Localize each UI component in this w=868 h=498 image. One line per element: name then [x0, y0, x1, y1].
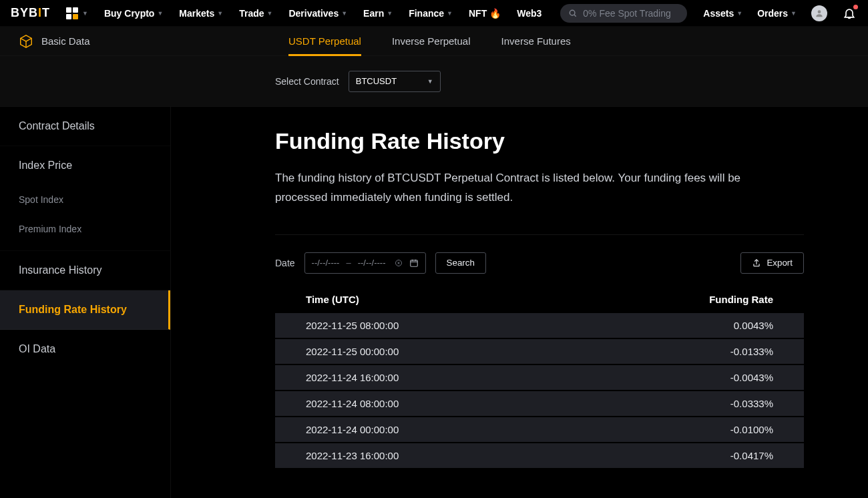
nav-orders[interactable]: Orders▼ [757, 8, 797, 19]
nav-finance[interactable]: Finance▼ [409, 8, 453, 19]
basic-data-label: Basic Data [41, 35, 90, 47]
nav-label: Markets [179, 8, 214, 19]
contract-select-row: Select Contract BTCUSDT ▼ [0, 56, 868, 107]
sidebar-item-spot-index[interactable]: Spot Index [0, 185, 170, 214]
funding-rate-table: Time (UTC) Funding Rate 2022-11-25 08:00… [275, 286, 804, 468]
table-row: 2022-11-25 08:00:000.0043% [275, 313, 804, 338]
svg-rect-5 [410, 260, 417, 266]
logo[interactable]: BYBIT [11, 6, 50, 20]
tab-inverse-perpetual[interactable]: Inverse Perpetual [392, 27, 471, 56]
nav-label: Derivatives [288, 8, 339, 19]
nav-nft[interactable]: NFT 🔥 [469, 8, 501, 19]
nav-label: Earn [363, 8, 384, 19]
chevron-down-icon: ▼ [341, 10, 347, 17]
sidebar-item-label: OI Data [19, 343, 55, 354]
nav-web3[interactable]: Web3 [517, 8, 541, 19]
sidebar-item-index-price[interactable]: Index Price [0, 146, 170, 185]
nav-earn[interactable]: Earn▼ [363, 8, 393, 19]
upload-icon [752, 258, 761, 268]
chevron-down-icon: ▼ [791, 10, 797, 17]
user-icon [815, 9, 824, 18]
cube-icon [19, 34, 33, 49]
nav-markets[interactable]: Markets▼ [179, 8, 223, 19]
search-button[interactable]: Search [435, 252, 486, 274]
column-header-rate: Funding Rate [653, 294, 773, 305]
close-icon[interactable] [395, 259, 403, 267]
chevron-down-icon: ▼ [267, 10, 273, 17]
notifications-button[interactable] [842, 6, 857, 21]
tab-label: Inverse Perpetual [392, 35, 471, 47]
nav-buy-crypto[interactable]: Buy Crypto▼ [104, 8, 163, 19]
sidebar-item-contract-details[interactable]: Contract Details [0, 107, 170, 146]
date-to-placeholder: --/--/---- [358, 258, 386, 268]
chevron-down-icon: ▼ [447, 10, 453, 17]
tab-usdt-perpetual[interactable]: USDT Perpetual [288, 27, 361, 56]
table-row: 2022-11-23 16:00:00-0.0417% [275, 443, 804, 468]
tab-inverse-futures[interactable]: Inverse Futures [501, 27, 571, 56]
tab-label: Inverse Futures [501, 35, 571, 47]
sidebar-item-label: Spot Index [19, 194, 63, 205]
divider [275, 234, 804, 235]
sidebar-item-label: Premium Index [19, 224, 81, 234]
nav-label: Finance [409, 8, 444, 19]
sub-nav: Basic Data USDT Perpetual Inverse Perpet… [0, 27, 868, 56]
table-row: 2022-11-24 08:00:00-0.0333% [275, 391, 804, 416]
nav-label: NFT [469, 8, 487, 19]
contract-select[interactable]: BTCUSDT ▼ [349, 71, 441, 92]
column-header-time: Time (UTC) [306, 294, 653, 305]
search-placeholder: 0% Fee Spot Trading [583, 8, 671, 19]
svg-point-0 [570, 10, 576, 15]
date-from-placeholder: --/--/---- [312, 258, 340, 268]
page-title: Funding Rate History [275, 128, 804, 154]
nav-label: Orders [757, 8, 788, 19]
contract-type-tabs: USDT Perpetual Inverse Perpetual Inverse… [288, 27, 571, 56]
cell-rate: -0.0333% [653, 398, 773, 409]
cell-time: 2022-11-25 08:00:00 [306, 320, 653, 331]
sidebar-item-funding-rate-history[interactable]: Funding Rate History [0, 290, 170, 330]
chevron-down-icon: ▼ [217, 10, 223, 17]
table-header: Time (UTC) Funding Rate [275, 286, 804, 313]
sidebar-item-label: Contract Details [19, 120, 95, 132]
select-contract-label: Select Contract [275, 76, 339, 87]
logo-part: BYB [11, 6, 38, 20]
chevron-down-icon: ▼ [736, 10, 742, 17]
page-description: The funding history of BTCUSDT Perpetual… [275, 169, 783, 208]
sidebar-item-label: Index Price [19, 160, 72, 171]
sidebar-item-label: Insurance History [19, 264, 102, 276]
table-row: 2022-11-24 00:00:00-0.0100% [275, 417, 804, 442]
sidebar-item-label: Funding Rate History [19, 304, 127, 315]
date-label: Date [275, 258, 295, 268]
svg-line-1 [574, 15, 576, 17]
range-separator: – [346, 258, 351, 268]
date-range-input[interactable]: --/--/---- – --/--/---- [304, 252, 426, 274]
nav-derivatives[interactable]: Derivatives▼ [288, 8, 347, 19]
sidebar-item-oi-data[interactable]: OI Data [0, 330, 170, 368]
nav-assets[interactable]: Assets▼ [703, 8, 742, 19]
main-content: Funding Rate History The funding history… [171, 107, 868, 498]
cell-time: 2022-11-24 16:00:00 [306, 372, 653, 383]
table-row: 2022-11-25 00:00:00-0.0133% [275, 339, 804, 364]
sidebar: Contract Details Index Price Spot Index … [0, 107, 171, 498]
nav-trade[interactable]: Trade▼ [239, 8, 272, 19]
cell-rate: -0.0043% [653, 372, 773, 383]
chevron-down-icon: ▼ [427, 78, 433, 85]
fire-icon: 🔥 [489, 8, 501, 19]
cell-time: 2022-11-24 00:00:00 [306, 424, 653, 435]
cell-rate: -0.0417% [653, 450, 773, 461]
apps-icon[interactable] [66, 7, 78, 19]
calendar-icon[interactable] [409, 258, 419, 268]
nav-right-group: Assets▼ Orders▼ [703, 5, 868, 21]
export-button[interactable]: Export [740, 252, 804, 274]
logo-part: T [42, 6, 50, 20]
table-body: 2022-11-25 08:00:000.0043%2022-11-25 00:… [275, 313, 804, 468]
table-row: 2022-11-24 16:00:00-0.0043% [275, 365, 804, 390]
search-input[interactable]: 0% Fee Spot Trading [560, 4, 687, 23]
cell-rate: -0.0133% [653, 346, 773, 357]
sidebar-item-premium-index[interactable]: Premium Index [0, 214, 170, 244]
avatar[interactable] [811, 5, 827, 21]
cell-time: 2022-11-25 00:00:00 [306, 346, 653, 357]
cell-rate: 0.0043% [653, 320, 773, 331]
chevron-down-icon: ▼ [387, 10, 393, 17]
nav-label: Buy Crypto [104, 8, 154, 19]
sidebar-item-insurance-history[interactable]: Insurance History [0, 251, 170, 290]
